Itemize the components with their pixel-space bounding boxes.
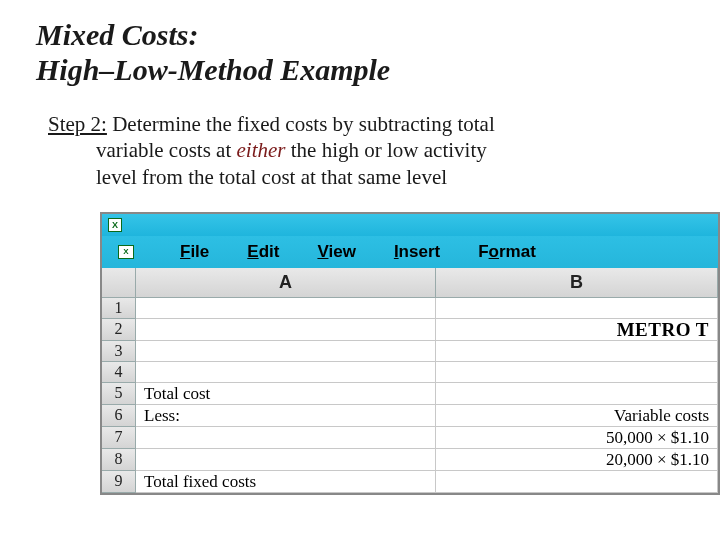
menu-format[interactable]: Format xyxy=(478,242,536,262)
step-description: Step 2: Determine the fixed costs by sub… xyxy=(36,111,684,190)
col-header-b[interactable]: B xyxy=(436,268,718,298)
cell-b2[interactable]: METRO T xyxy=(436,319,718,341)
cell-b6[interactable]: Variable costs xyxy=(436,405,718,427)
row-header-5[interactable]: 5 xyxy=(102,383,136,405)
cell-b8[interactable]: 20,000 × $1.10 xyxy=(436,449,718,471)
slide-title: Mixed Costs: High–Low-Method Example xyxy=(36,18,684,87)
body-part-1: Determine the fixed costs by subtracting… xyxy=(107,112,495,136)
row-header-9[interactable]: 9 xyxy=(102,471,136,493)
body-line-3: level from the total cost at that same l… xyxy=(48,164,684,190)
cell-b3[interactable] xyxy=(436,341,718,362)
cell-a6[interactable]: Less: xyxy=(136,405,436,427)
col-header-a[interactable]: A xyxy=(136,268,436,298)
menu-view[interactable]: View xyxy=(317,242,355,262)
row-header-7[interactable]: 7 xyxy=(102,427,136,449)
cell-b1[interactable] xyxy=(436,298,718,319)
step-label: Step 2: xyxy=(48,112,107,136)
select-all-corner[interactable] xyxy=(102,268,136,298)
either-emphasis: either xyxy=(237,138,286,162)
menu-edit[interactable]: Edit xyxy=(247,242,279,262)
cell-b4[interactable] xyxy=(436,362,718,383)
row-header-8[interactable]: 8 xyxy=(102,449,136,471)
row-header-3[interactable]: 3 xyxy=(102,341,136,362)
excel-icon: X xyxy=(108,218,122,232)
cell-a5[interactable]: Total cost xyxy=(136,383,436,405)
cell-a2[interactable] xyxy=(136,319,436,341)
body-line-2b: the high or low activity xyxy=(286,138,487,162)
row-header-2[interactable]: 2 xyxy=(102,319,136,341)
cell-a9[interactable]: Total fixed costs xyxy=(136,471,436,493)
body-line-2a: variable costs at xyxy=(96,138,237,162)
cell-a1[interactable] xyxy=(136,298,436,319)
row-header-4[interactable]: 4 xyxy=(102,362,136,383)
excel-titlebar: X xyxy=(102,214,718,236)
excel-screenshot: X X File Edit View Insert Format A B 1 2 xyxy=(100,212,720,495)
spreadsheet-grid: A B 1 2 METRO T 3 4 5 Total cost 6 Less: xyxy=(102,268,718,493)
cell-a7[interactable] xyxy=(136,427,436,449)
menu-file[interactable]: File xyxy=(180,242,209,262)
row-header-1[interactable]: 1 xyxy=(102,298,136,319)
cell-b7[interactable]: 50,000 × $1.10 xyxy=(436,427,718,449)
cell-b9[interactable] xyxy=(436,471,718,493)
excel-doc-icon: X xyxy=(118,245,134,259)
cell-a4[interactable] xyxy=(136,362,436,383)
menubar: X File Edit View Insert Format xyxy=(112,242,718,262)
excel-menubar-area: X File Edit View Insert Format xyxy=(102,236,718,268)
title-line-2: High–Low-Method Example xyxy=(36,53,390,86)
menu-insert[interactable]: Insert xyxy=(394,242,440,262)
cell-a8[interactable] xyxy=(136,449,436,471)
cell-a3[interactable] xyxy=(136,341,436,362)
title-line-1: Mixed Costs: xyxy=(36,18,199,51)
row-header-6[interactable]: 6 xyxy=(102,405,136,427)
cell-b5[interactable] xyxy=(436,383,718,405)
